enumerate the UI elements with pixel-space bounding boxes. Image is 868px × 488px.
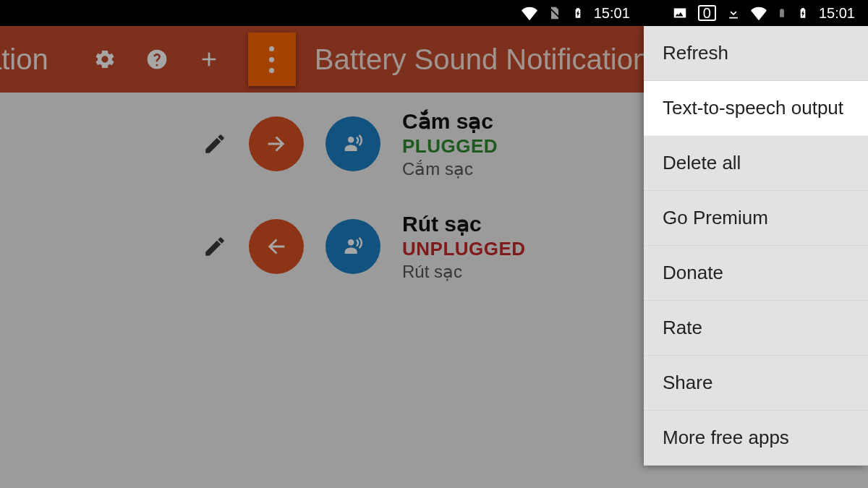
help-icon[interactable] xyxy=(144,46,170,72)
menu-refresh[interactable]: Refresh xyxy=(644,26,868,81)
status-battery-level: 0 xyxy=(698,5,716,21)
status-bar: 15:01 0 15:01 xyxy=(0,0,868,26)
tts-icon[interactable] xyxy=(326,219,380,274)
list-item-subtitle: Cắm sạc xyxy=(402,159,498,179)
no-sim-icon xyxy=(548,6,562,20)
list-item-status: UNPLUGGED xyxy=(402,238,526,260)
list-item-status: PLUGGED xyxy=(402,135,498,158)
menu-rate[interactable]: Rate xyxy=(644,301,868,356)
status-time-2: 15:01 xyxy=(819,5,855,22)
battery-icon-2 xyxy=(777,6,787,20)
edit-icon[interactable] xyxy=(203,234,227,259)
overflow-menu-button[interactable] xyxy=(248,33,296,86)
menu-delete-all[interactable]: Delete all xyxy=(644,136,868,191)
app-title: Battery Sound Notification xyxy=(315,43,649,76)
add-icon[interactable] xyxy=(196,46,222,72)
image-icon xyxy=(672,5,688,21)
menu-tts[interactable]: Text-to-speech output xyxy=(644,81,868,136)
list-item-subtitle: Rút sạc xyxy=(402,262,526,282)
arrow-left-button[interactable] xyxy=(249,219,304,274)
menu-donate[interactable]: Donate xyxy=(644,246,868,301)
arrow-right-button[interactable] xyxy=(249,116,304,171)
menu-premium[interactable]: Go Premium xyxy=(644,191,868,246)
list-item-text: Rút sạcUNPLUGGEDRút sạc xyxy=(402,211,526,282)
menu-share[interactable]: Share xyxy=(644,356,868,411)
list-item-title: Cắm sạc xyxy=(402,108,498,134)
edit-icon[interactable] xyxy=(203,132,227,156)
wifi-icon-2 xyxy=(751,5,767,21)
wifi-icon xyxy=(522,5,537,21)
status-time: 15:01 xyxy=(594,5,630,22)
battery-charging-icon xyxy=(572,5,584,21)
tts-icon[interactable] xyxy=(326,116,380,171)
svg-point-2 xyxy=(348,239,354,246)
overflow-menu: RefreshText-to-speech outputDelete allGo… xyxy=(644,26,868,466)
list-item-text: Cắm sạcPLUGGEDCắm sạc xyxy=(402,108,498,179)
download-icon xyxy=(726,6,741,20)
menu-more-apps[interactable]: More free apps xyxy=(644,411,868,466)
more-vert-icon xyxy=(269,46,274,73)
list-item-title: Rút sạc xyxy=(402,211,526,236)
app-title-left: cation xyxy=(0,43,48,76)
svg-point-1 xyxy=(348,137,354,143)
settings-icon[interactable] xyxy=(92,46,118,72)
battery-charging-icon-2 xyxy=(797,5,809,21)
